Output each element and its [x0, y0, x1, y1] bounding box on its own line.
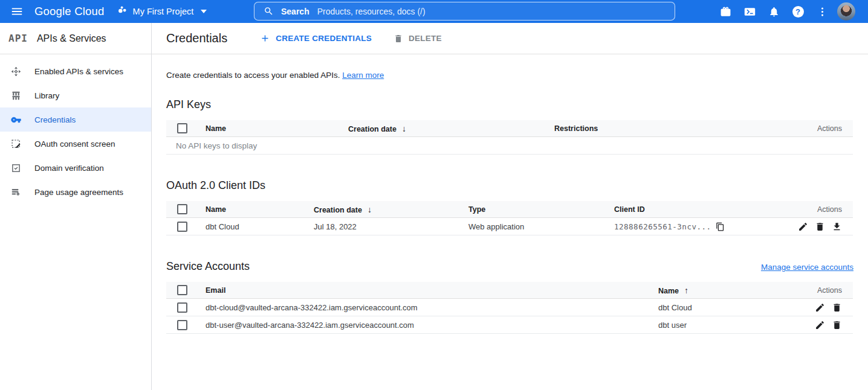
column-header-name[interactable]: Name — [206, 124, 348, 133]
gcp-console: Google Cloud My First Project Search Pro… — [0, 0, 868, 390]
column-header-actions: Actions — [786, 205, 853, 214]
page-content: Create credentials to access your enable… — [152, 71, 868, 334]
row-checkbox[interactable] — [177, 320, 187, 330]
service-accounts-heading: Service Accounts — [166, 260, 250, 273]
oauth-client-creation-date: Jul 18, 2022 — [314, 222, 468, 231]
free-trial-gift-icon[interactable] — [713, 0, 737, 23]
sidebar: API APIs & Services Enabled APIs & servi… — [0, 23, 152, 390]
enabled-apis-icon — [11, 66, 21, 77]
column-header-creation-date[interactable]: Creation date↓ — [348, 124, 554, 133]
main-panel: Credentials CREATE CREDENTIALS DELETE Cr… — [152, 23, 868, 390]
oauth-table-header: Name Creation date↓ Type Client ID Actio… — [166, 201, 853, 218]
sidebar-item-label: Enabled APIs & services — [34, 67, 123, 76]
sidebar-header: API APIs & Services — [0, 23, 151, 54]
key-icon — [11, 115, 21, 125]
sidebar-item-label: Domain verification — [34, 164, 104, 173]
oauth-client-type: Web application — [468, 222, 614, 231]
page-title: Credentials — [166, 31, 227, 45]
sidebar-item-label: Credentials — [34, 115, 76, 124]
learn-more-link[interactable]: Learn more — [342, 71, 384, 80]
oauth-clients-heading: OAuth 2.0 Client IDs — [166, 179, 853, 192]
sidebar-item-enabled-apis[interactable]: Enabled APIs & services — [0, 59, 151, 83]
intro-text: Create credentials to access your enable… — [166, 71, 853, 80]
select-all-checkbox[interactable] — [177, 123, 187, 133]
edit-icon[interactable] — [815, 320, 825, 330]
menu-icon[interactable] — [0, 0, 34, 23]
column-header-type[interactable]: Type — [468, 205, 614, 214]
api-keys-table-header: Name Creation date↓ Restrictions Actions — [166, 120, 853, 137]
search-label: Search — [281, 7, 309, 16]
project-icon — [118, 5, 128, 18]
delete-icon[interactable] — [832, 302, 842, 313]
download-icon[interactable] — [832, 222, 842, 232]
column-header-email[interactable]: Email — [206, 286, 658, 295]
delete-button[interactable]: DELETE — [394, 34, 442, 43]
oauth-consent-icon — [11, 139, 21, 149]
search-input[interactable]: Search Products, resources, docs (/) — [254, 2, 675, 21]
sidebar-item-label: OAuth consent screen — [34, 139, 115, 149]
delete-icon[interactable] — [832, 320, 842, 330]
service-account-name: dbt Cloud — [658, 303, 798, 312]
manage-service-accounts-link[interactable]: Manage service accounts — [761, 263, 853, 272]
help-icon[interactable]: ? — [786, 0, 810, 23]
trash-icon — [394, 34, 403, 43]
oauth-clients-table: Name Creation date↓ Type Client ID Actio… — [166, 201, 853, 235]
sidebar-nav: Enabled APIs & services Library Credenti… — [0, 54, 151, 204]
topbar-actions: ? — [713, 0, 858, 23]
library-icon — [11, 91, 21, 101]
edit-icon[interactable] — [798, 222, 808, 232]
sort-ascending-icon: ↑ — [684, 286, 688, 295]
service-account-name: dbt user — [658, 321, 798, 330]
top-navigation-bar: Google Cloud My First Project Search Pro… — [0, 0, 868, 23]
more-vert-icon[interactable] — [810, 0, 834, 23]
table-row: dbt-user@vaulted-arcana-332422.iam.gserv… — [166, 316, 853, 334]
api-product-icon: API — [8, 33, 28, 44]
table-row: dbt-cloud@vaulted-arcana-332422.iam.gser… — [166, 299, 853, 316]
page-usage-icon — [11, 187, 21, 197]
copy-icon[interactable] — [716, 222, 725, 231]
delete-icon[interactable] — [815, 222, 825, 232]
domain-verification-icon — [11, 163, 21, 173]
page-header: Credentials CREATE CREDENTIALS DELETE — [152, 23, 868, 54]
google-cloud-logo[interactable]: Google Cloud — [34, 5, 105, 18]
sidebar-item-domain-verification[interactable]: Domain verification — [0, 156, 151, 180]
column-header-actions: Actions — [798, 124, 853, 133]
sidebar-title: APIs & Services — [37, 33, 106, 44]
sidebar-item-credentials[interactable]: Credentials — [0, 107, 151, 132]
sidebar-item-page-usage[interactable]: Page usage agreements — [0, 180, 151, 204]
oauth-client-name: dbt Cloud — [206, 222, 314, 231]
column-header-actions: Actions — [798, 286, 853, 295]
table-row: dbt Cloud Jul 18, 2022 Web application 1… — [166, 218, 853, 235]
project-selector[interactable]: My First Project — [118, 5, 207, 18]
column-header-name[interactable]: Name↑ — [658, 286, 798, 295]
create-credentials-button[interactable]: CREATE CREDENTIALS — [260, 33, 372, 43]
sidebar-item-oauth-consent[interactable]: OAuth consent screen — [0, 132, 151, 156]
edit-icon[interactable] — [815, 302, 825, 313]
service-account-email: dbt-cloud@vaulted-arcana-332422.iam.gser… — [206, 303, 658, 312]
avatar — [837, 2, 855, 21]
select-all-checkbox[interactable] — [177, 204, 187, 214]
column-header-creation-date[interactable]: Creation date↓ — [314, 205, 468, 214]
plus-icon — [260, 33, 270, 43]
sidebar-item-library[interactable]: Library — [0, 83, 151, 107]
search-placeholder: Products, resources, docs (/) — [317, 7, 426, 16]
api-keys-heading: API Keys — [166, 98, 853, 111]
column-header-restrictions[interactable]: Restrictions — [554, 124, 798, 133]
search-icon — [264, 6, 274, 16]
api-keys-empty-message: No API keys to display — [166, 137, 853, 155]
service-accounts-table: Email Name↑ Actions dbt-cloud@vaulted-ar… — [166, 282, 853, 334]
api-keys-table: Name Creation date↓ Restrictions Actions… — [166, 120, 853, 155]
sort-descending-icon: ↓ — [402, 124, 406, 133]
service-account-email: dbt-user@vaulted-arcana-332422.iam.gserv… — [206, 321, 658, 330]
row-checkbox[interactable] — [177, 302, 187, 313]
account-avatar[interactable] — [834, 0, 858, 23]
row-checkbox[interactable] — [177, 222, 187, 232]
sidebar-item-label: Page usage agreements — [34, 188, 123, 197]
caret-down-icon — [201, 10, 207, 13]
select-all-checkbox[interactable] — [177, 285, 187, 295]
cloud-shell-icon[interactable] — [737, 0, 762, 23]
notifications-bell-icon[interactable] — [762, 0, 786, 23]
project-name: My First Project — [133, 7, 194, 16]
column-header-client-id[interactable]: Client ID — [614, 205, 786, 214]
column-header-name[interactable]: Name — [206, 205, 314, 214]
